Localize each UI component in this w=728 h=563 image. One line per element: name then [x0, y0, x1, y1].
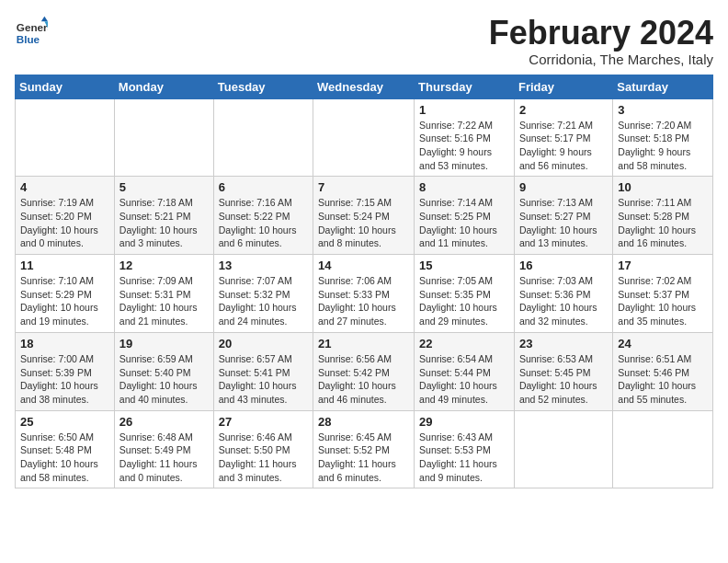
- weekday-header-sunday: Sunday: [16, 75, 115, 98]
- day-info: Sunrise: 7:18 AMSunset: 5:21 PMDaylight:…: [119, 196, 209, 250]
- calendar-cell: 9Sunrise: 7:13 AMSunset: 5:27 PMDaylight…: [514, 177, 612, 255]
- day-number: 13: [219, 259, 308, 272]
- day-number: 9: [519, 180, 608, 194]
- weekday-header-tuesday: Tuesday: [213, 75, 313, 98]
- calendar-cell: 25Sunrise: 6:50 AMSunset: 5:48 PMDayligh…: [16, 410, 115, 488]
- calendar-cell: 21Sunrise: 6:56 AMSunset: 5:42 PMDayligh…: [313, 332, 415, 410]
- day-number: 17: [618, 259, 708, 272]
- day-info: Sunrise: 7:16 AMSunset: 5:22 PMDaylight:…: [219, 196, 308, 250]
- day-info: Sunrise: 7:15 AMSunset: 5:24 PMDaylight:…: [318, 196, 409, 250]
- day-number: 1: [419, 103, 509, 117]
- calendar-cell: 15Sunrise: 7:05 AMSunset: 5:35 PMDayligh…: [415, 255, 515, 333]
- calendar-cell: 13Sunrise: 7:07 AMSunset: 5:32 PMDayligh…: [213, 255, 313, 333]
- day-number: 8: [419, 180, 509, 194]
- day-info: Sunrise: 7:05 AMSunset: 5:35 PMDaylight:…: [419, 274, 509, 328]
- day-info: Sunrise: 6:53 AMSunset: 5:45 PMDaylight:…: [519, 352, 608, 407]
- day-info: Sunrise: 6:54 AMSunset: 5:44 PMDaylight:…: [419, 352, 509, 407]
- weekday-header-wednesday: Wednesday: [313, 75, 415, 98]
- calendar-cell: 28Sunrise: 6:45 AMSunset: 5:52 PMDayligh…: [313, 410, 415, 488]
- calendar-cell: [514, 410, 612, 488]
- calendar-cell: 23Sunrise: 6:53 AMSunset: 5:45 PMDayligh…: [514, 332, 612, 410]
- calendar-cell: 27Sunrise: 6:46 AMSunset: 5:50 PMDayligh…: [213, 410, 313, 488]
- day-info: Sunrise: 7:02 AMSunset: 5:37 PMDaylight:…: [618, 274, 708, 328]
- day-number: 18: [20, 337, 109, 350]
- calendar-cell: [313, 98, 415, 177]
- day-number: 10: [618, 180, 708, 194]
- weekday-header-saturday: Saturday: [613, 75, 713, 98]
- day-info: Sunrise: 7:09 AMSunset: 5:31 PMDaylight:…: [119, 274, 209, 328]
- calendar-cell: 3Sunrise: 7:20 AMSunset: 5:18 PMDaylight…: [613, 98, 713, 177]
- logo-icon: General Blue: [15, 15, 48, 48]
- day-info: Sunrise: 7:11 AMSunset: 5:28 PMDaylight:…: [618, 196, 708, 250]
- day-info: Sunrise: 6:43 AMSunset: 5:53 PMDaylight:…: [419, 431, 509, 485]
- calendar-cell: 2Sunrise: 7:21 AMSunset: 5:17 PMDaylight…: [514, 98, 612, 177]
- day-number: 28: [318, 415, 409, 429]
- weekday-header-friday: Friday: [514, 75, 612, 98]
- calendar-cell: [16, 98, 115, 177]
- day-info: Sunrise: 6:45 AMSunset: 5:52 PMDaylight:…: [318, 431, 409, 485]
- calendar-cell: 14Sunrise: 7:06 AMSunset: 5:33 PMDayligh…: [313, 255, 415, 333]
- day-info: Sunrise: 7:10 AMSunset: 5:29 PMDaylight:…: [20, 274, 109, 328]
- calendar-cell: 16Sunrise: 7:03 AMSunset: 5:36 PMDayligh…: [514, 255, 612, 333]
- calendar-cell: 26Sunrise: 6:48 AMSunset: 5:49 PMDayligh…: [114, 410, 213, 488]
- day-number: 16: [519, 259, 608, 272]
- day-number: 7: [318, 180, 409, 194]
- day-number: 27: [219, 415, 308, 429]
- calendar-cell: [213, 98, 313, 177]
- day-number: 12: [119, 259, 209, 272]
- day-info: Sunrise: 6:51 AMSunset: 5:46 PMDaylight:…: [618, 352, 708, 407]
- weekday-header-thursday: Thursday: [415, 75, 515, 98]
- day-number: 2: [519, 103, 608, 117]
- calendar-cell: 7Sunrise: 7:15 AMSunset: 5:24 PMDaylight…: [313, 177, 415, 255]
- svg-text:General: General: [17, 21, 48, 33]
- day-number: 5: [119, 180, 209, 194]
- calendar-cell: 17Sunrise: 7:02 AMSunset: 5:37 PMDayligh…: [613, 255, 713, 333]
- day-info: Sunrise: 7:03 AMSunset: 5:36 PMDaylight:…: [519, 274, 608, 328]
- calendar-week-row: 25Sunrise: 6:50 AMSunset: 5:48 PMDayligh…: [16, 410, 713, 488]
- calendar-week-row: 4Sunrise: 7:19 AMSunset: 5:20 PMDaylight…: [16, 177, 713, 255]
- day-info: Sunrise: 7:19 AMSunset: 5:20 PMDaylight:…: [20, 196, 109, 250]
- calendar-cell: 24Sunrise: 6:51 AMSunset: 5:46 PMDayligh…: [613, 332, 713, 410]
- day-info: Sunrise: 6:46 AMSunset: 5:50 PMDaylight:…: [219, 431, 308, 485]
- weekday-header-monday: Monday: [114, 75, 213, 98]
- day-info: Sunrise: 6:48 AMSunset: 5:49 PMDaylight:…: [119, 431, 209, 485]
- calendar-cell: 1Sunrise: 7:22 AMSunset: 5:16 PMDaylight…: [415, 98, 515, 177]
- calendar-cell: [613, 410, 713, 488]
- calendar-week-row: 18Sunrise: 7:00 AMSunset: 5:39 PMDayligh…: [16, 332, 713, 410]
- calendar-cell: [114, 98, 213, 177]
- weekday-header-row: SundayMondayTuesdayWednesdayThursdayFrid…: [16, 75, 713, 98]
- day-number: 11: [20, 259, 109, 272]
- day-number: 6: [219, 180, 308, 194]
- day-info: Sunrise: 6:59 AMSunset: 5:40 PMDaylight:…: [119, 352, 209, 407]
- day-number: 15: [419, 259, 509, 272]
- calendar-cell: 29Sunrise: 6:43 AMSunset: 5:53 PMDayligh…: [415, 410, 515, 488]
- day-info: Sunrise: 7:06 AMSunset: 5:33 PMDaylight:…: [318, 274, 409, 328]
- logo: General Blue: [15, 15, 51, 48]
- day-info: Sunrise: 7:07 AMSunset: 5:32 PMDaylight:…: [219, 274, 308, 328]
- calendar-cell: 11Sunrise: 7:10 AMSunset: 5:29 PMDayligh…: [16, 255, 115, 333]
- day-number: 20: [219, 337, 308, 350]
- day-number: 26: [119, 415, 209, 429]
- calendar-table: SundayMondayTuesdayWednesdayThursdayFrid…: [15, 75, 713, 489]
- day-number: 24: [618, 337, 708, 350]
- day-number: 29: [419, 415, 509, 429]
- calendar-cell: 18Sunrise: 7:00 AMSunset: 5:39 PMDayligh…: [16, 332, 115, 410]
- calendar-cell: 10Sunrise: 7:11 AMSunset: 5:28 PMDayligh…: [613, 177, 713, 255]
- calendar-cell: 6Sunrise: 7:16 AMSunset: 5:22 PMDaylight…: [213, 177, 313, 255]
- day-info: Sunrise: 7:00 AMSunset: 5:39 PMDaylight:…: [20, 352, 109, 407]
- day-info: Sunrise: 6:57 AMSunset: 5:41 PMDaylight:…: [219, 352, 308, 407]
- calendar-cell: 4Sunrise: 7:19 AMSunset: 5:20 PMDaylight…: [16, 177, 115, 255]
- day-number: 23: [519, 337, 608, 350]
- title-block: February 2024 Corridonia, The Marches, I…: [489, 15, 713, 67]
- day-info: Sunrise: 7:20 AMSunset: 5:18 PMDaylight:…: [618, 119, 708, 173]
- day-number: 21: [318, 337, 409, 350]
- calendar-week-row: 1Sunrise: 7:22 AMSunset: 5:16 PMDaylight…: [16, 98, 713, 177]
- calendar-cell: 8Sunrise: 7:14 AMSunset: 5:25 PMDaylight…: [415, 177, 515, 255]
- svg-text:Blue: Blue: [17, 33, 40, 45]
- day-number: 3: [618, 103, 708, 117]
- calendar-cell: 20Sunrise: 6:57 AMSunset: 5:41 PMDayligh…: [213, 332, 313, 410]
- day-info: Sunrise: 6:56 AMSunset: 5:42 PMDaylight:…: [318, 352, 409, 407]
- day-info: Sunrise: 7:14 AMSunset: 5:25 PMDaylight:…: [419, 196, 509, 250]
- day-info: Sunrise: 7:22 AMSunset: 5:16 PMDaylight:…: [419, 119, 509, 173]
- calendar-cell: 19Sunrise: 6:59 AMSunset: 5:40 PMDayligh…: [114, 332, 213, 410]
